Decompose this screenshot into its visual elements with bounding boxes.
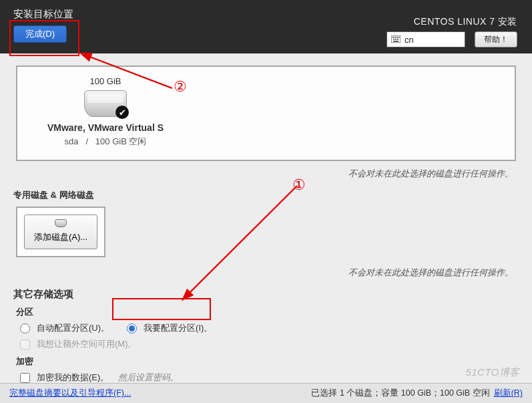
keyboard-layout-selector[interactable]: cn [386,31,465,47]
refresh-link[interactable]: 刷新(R) [494,388,523,399]
disk-small-icon [55,219,67,227]
add-disk-button[interactable]: 添加磁盘(A)... [24,215,97,249]
auto-partition-label: 自动配置分区(U)。 [37,322,109,334]
svg-rect-8 [393,41,398,42]
disk-summary-link[interactable]: 完整磁盘摘要以及引导程序(F)... [9,388,131,399]
svg-rect-4 [398,37,400,38]
special-disks-box: 添加磁盘(A)... [16,207,105,257]
svg-rect-7 [397,39,398,40]
svg-rect-3 [396,37,398,38]
encryption-section-label: 加密 [16,356,520,368]
done-button[interactable]: 完成(D) [13,25,67,43]
svg-rect-1 [392,37,394,38]
disk-name: VMware, VMware Virtual S [32,122,179,133]
check-icon: ✔ [115,106,129,119]
svg-rect-6 [395,39,396,40]
encrypt-label: 加密我的数据(E)。 [37,372,109,384]
annotation-arrow-1 [180,180,314,307]
encrypt-checkbox[interactable] [20,373,30,383]
partition-section-label: 分区 [16,306,520,318]
install-title: CENTOS LINUX 7 安装 [414,16,517,28]
svg-line-9 [188,186,297,294]
manual-partition-radio[interactable] [127,323,137,333]
keyboard-icon [391,35,401,45]
extra-space-checkbox [20,340,30,350]
auto-partition-radio[interactable] [20,323,30,333]
extra-space-label: 我想让额外空间可用(M)。 [37,338,137,350]
manual-partition-label: 我要配置分区(I)。 [144,322,212,334]
page-title: 安装目标位置 [13,8,73,21]
local-disks-hint: 不会对未在此处选择的磁盘进行任何操作。 [12,168,513,180]
header-bar: 安装目标位置 完成(D) CENTOS LINUX 7 安装 cn 帮助！ [0,0,532,53]
watermark: 51CTO博客 [465,366,520,379]
add-disk-label: 添加磁盘(A)... [34,232,87,242]
disk-free: sda / 100 GiB 空闲 [32,136,179,148]
encrypt-note: 然后设置密码。 [118,372,179,384]
svg-rect-5 [393,39,394,40]
svg-line-10 [88,56,172,88]
keyboard-layout-value: cn [405,35,414,45]
svg-rect-2 [394,37,396,38]
footer-bar: 完整磁盘摘要以及引导程序(F)... 已选择 1 个磁盘；容量 100 GiB；… [0,383,532,403]
help-button[interactable]: 帮助！ [475,31,517,47]
footer-status: 已选择 1 个磁盘；容量 100 GiB；100 GiB 空闲 [311,388,489,399]
annotation-arrow-2 [79,47,186,100]
